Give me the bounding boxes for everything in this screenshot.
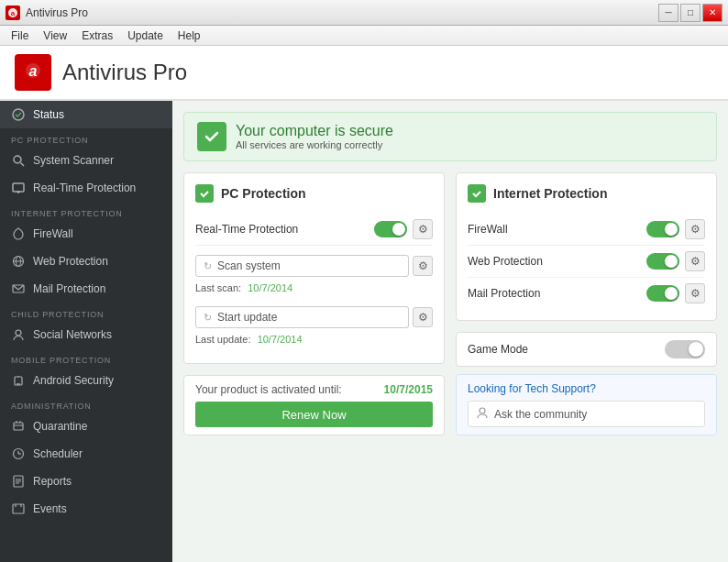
svg-point-6 xyxy=(14,156,21,163)
last-update-row: Last update: 10/7/2014 xyxy=(195,332,433,350)
title-bar-left: a Antivirus Pro xyxy=(6,6,88,20)
mail-toggle-right: ⚙ xyxy=(646,283,705,303)
window-title: Antivirus Pro xyxy=(26,6,88,19)
game-mode-label: Game Mode xyxy=(468,343,528,356)
sidebar-item-realtime[interactable]: Real-Time Protection xyxy=(0,174,172,202)
menu-help[interactable]: Help xyxy=(171,28,208,44)
reports-icon xyxy=(11,474,26,489)
web-gear-button[interactable]: ⚙ xyxy=(685,251,705,271)
sidebar-label-web: Web Protection xyxy=(33,255,108,268)
scan-gear-button[interactable]: ⚙ xyxy=(413,256,433,276)
quarantine-icon xyxy=(11,419,26,434)
scan-refresh-icon: ↻ xyxy=(204,260,212,272)
update-gear-button[interactable]: ⚙ xyxy=(413,307,433,327)
section-internet-protection: INTERNET PROTECTION xyxy=(0,202,172,220)
sidebar-label-mail: Mail Protection xyxy=(33,282,105,295)
pc-protection-col: PC Protection Real-Time Protection ⚙ xyxy=(183,172,445,443)
menu-file[interactable]: File xyxy=(4,28,36,44)
svg-text:a: a xyxy=(11,9,16,17)
support-title: Looking for Tech Support? xyxy=(468,382,705,395)
realtime-toggle-row: Real-Time Protection ⚙ xyxy=(195,214,433,246)
web-toggle[interactable] xyxy=(646,253,679,270)
last-scan-label: Last scan: xyxy=(195,282,241,293)
two-column-layout: PC Protection Real-Time Protection ⚙ xyxy=(183,172,717,443)
renew-button[interactable]: Renew Now xyxy=(195,402,433,427)
sidebar-label-quarantine: Quarantine xyxy=(33,420,87,433)
app-title: Antivirus Pro xyxy=(62,60,187,85)
update-row: ↻ Start update ⚙ xyxy=(195,303,433,332)
firewall-toggle[interactable] xyxy=(646,221,679,237)
sidebar-item-system-scanner[interactable]: System Scanner xyxy=(0,147,172,174)
sidebar-item-firewall[interactable]: FireWall xyxy=(0,220,172,248)
sidebar-item-quarantine[interactable]: Quarantine xyxy=(0,413,172,440)
internet-check-icon xyxy=(468,184,486,203)
scan-input[interactable]: ↻ Scan system xyxy=(195,255,409,277)
firewall-toggle-knob xyxy=(665,223,678,236)
scan-label: Scan system xyxy=(217,259,281,272)
realtime-gear-button[interactable]: ⚙ xyxy=(413,219,433,239)
sidebar-label-events: Events xyxy=(33,502,67,515)
web-toggle-knob xyxy=(665,255,678,268)
web-label: Web Protection xyxy=(468,255,543,268)
last-update-date: 10/7/2014 xyxy=(258,334,303,345)
sidebar-item-android[interactable]: Android Security xyxy=(0,367,172,394)
sidebar-item-mail[interactable]: Mail Protection xyxy=(0,275,172,303)
update-label: Start update xyxy=(217,311,277,324)
mail-toggle-row: Mail Protection ⚙ xyxy=(468,278,705,309)
android-icon xyxy=(11,373,26,388)
close-button[interactable]: ✕ xyxy=(702,4,722,22)
mail-gear-button[interactable]: ⚙ xyxy=(685,283,705,303)
internet-protection-header: Internet Protection xyxy=(468,184,705,203)
mail-toggle[interactable] xyxy=(646,285,679,302)
menu-bar: File View Extras Update Help xyxy=(0,26,728,46)
pc-protection-card: PC Protection Real-Time Protection ⚙ xyxy=(183,172,445,364)
sidebar-item-reports[interactable]: Reports xyxy=(0,468,172,495)
realtime-toggle-knob xyxy=(392,223,405,236)
realtime-toggle[interactable] xyxy=(374,221,407,237)
firewall-toggle-row: FireWall ⚙ xyxy=(468,214,705,246)
maximize-button[interactable]: □ xyxy=(680,4,700,22)
firewall-gear-button[interactable]: ⚙ xyxy=(685,219,705,239)
last-scan-date: 10/7/2014 xyxy=(248,282,292,293)
sidebar-item-events[interactable]: Events xyxy=(0,495,172,523)
internet-protection-col: Internet Protection FireWall ⚙ xyxy=(456,172,717,443)
status-banner: Your computer is secure All services are… xyxy=(183,112,717,161)
game-mode-toggle[interactable] xyxy=(665,340,705,358)
menu-update[interactable]: Update xyxy=(120,28,171,44)
menu-extras[interactable]: Extras xyxy=(74,28,120,44)
last-update-label: Last update: xyxy=(195,334,251,345)
events-icon xyxy=(11,501,26,516)
minimize-button[interactable]: ─ xyxy=(658,4,678,22)
title-bar: a Antivirus Pro ─ □ ✕ xyxy=(0,0,728,26)
status-title: Your computer is secure xyxy=(236,123,393,139)
activation-date: 10/7/2015 xyxy=(384,383,433,396)
sidebar-label-firewall: FireWall xyxy=(33,227,73,240)
svg-text:a: a xyxy=(29,63,38,79)
menu-view[interactable]: View xyxy=(36,28,74,44)
firewall-label: FireWall xyxy=(468,223,508,236)
community-icon xyxy=(476,406,489,422)
sidebar-item-status[interactable]: Status xyxy=(0,101,172,128)
sidebar-item-web[interactable]: Web Protection xyxy=(0,248,172,275)
sidebar-item-scheduler[interactable]: Scheduler xyxy=(0,440,172,468)
app-icon: a xyxy=(6,6,20,20)
web-toggle-row: Web Protection ⚙ xyxy=(468,246,705,278)
svg-rect-19 xyxy=(14,423,23,430)
firewall-toggle-right: ⚙ xyxy=(646,219,705,239)
game-toggle-knob xyxy=(689,342,703,357)
mail-toggle-knob xyxy=(665,287,678,300)
sidebar-label-scheduler: Scheduler xyxy=(33,447,83,460)
update-refresh-icon: ↻ xyxy=(204,312,212,324)
svg-rect-30 xyxy=(13,504,24,513)
update-button[interactable]: ↻ Start update xyxy=(195,306,409,328)
support-link[interactable]: Ask the community xyxy=(468,401,705,427)
mail-icon xyxy=(11,281,26,296)
sidebar-label-android: Android Security xyxy=(33,374,114,387)
svg-line-7 xyxy=(21,163,25,167)
sidebar-label-reports: Reports xyxy=(33,475,72,488)
window-controls: ─ □ ✕ xyxy=(658,4,722,22)
sidebar-item-social[interactable]: Social Networks xyxy=(0,321,172,348)
realtime-label: Real-Time Protection xyxy=(195,223,298,236)
sidebar: Status PC PROTECTION System Scanner Real… xyxy=(0,101,172,562)
support-card: Looking for Tech Support? Ask the commun… xyxy=(456,374,717,435)
